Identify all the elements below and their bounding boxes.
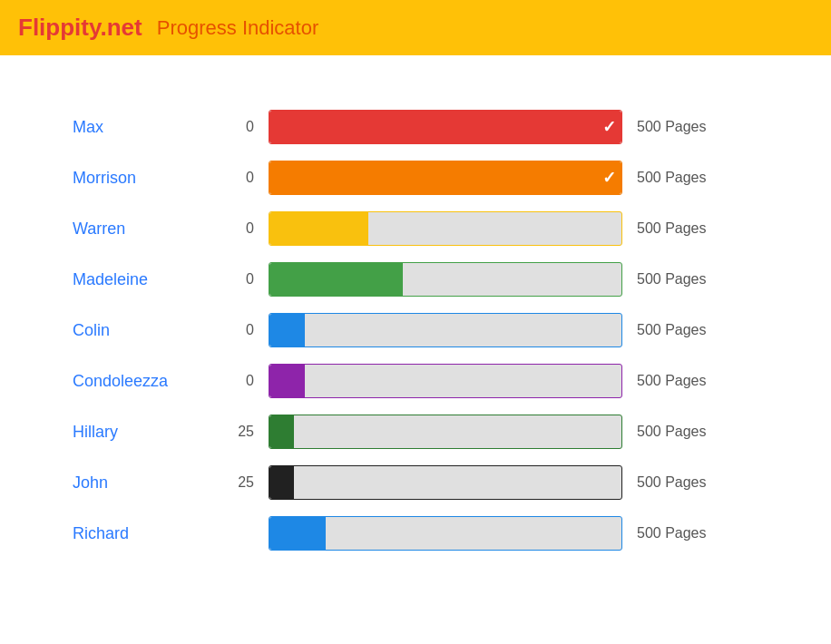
progress-row: Madeleine0500 Pages [73, 262, 758, 297]
progress-bar-fill [269, 365, 305, 397]
complete-checkmark: ✓ [602, 117, 616, 137]
progress-bar-fill: ✓ [269, 111, 621, 143]
person-name: Condoleezza [73, 372, 218, 391]
start-value: 25 [218, 474, 254, 491]
progress-row: John25500 Pages [73, 465, 758, 500]
end-value: 500 Pages [637, 170, 728, 186]
progress-bar-container [269, 516, 622, 551]
person-name: John [73, 473, 218, 493]
person-name: Colin [73, 321, 218, 340]
progress-bar-fill [269, 212, 368, 245]
progress-bar-container [269, 415, 622, 449]
progress-bar-container: ✓ [269, 161, 622, 195]
progress-bar-container [269, 262, 622, 297]
logo: Flippity.net [18, 14, 142, 42]
complete-checkmark: ✓ [602, 168, 616, 188]
main-content: Max0✓500 PagesMorrison0✓500 PagesWarren0… [0, 55, 831, 603]
person-name: Warren [73, 220, 218, 239]
header: Flippity.net Progress Indicator [0, 0, 831, 55]
progress-bar-fill [269, 517, 326, 550]
person-name: Madeleine [73, 270, 218, 289]
end-value: 500 Pages [637, 424, 728, 440]
start-value: 0 [218, 322, 254, 338]
progress-row: Richard500 Pages [73, 516, 758, 551]
end-value: 500 Pages [637, 525, 728, 542]
start-value: 0 [218, 271, 254, 288]
start-value: 25 [218, 424, 254, 440]
progress-bar-fill [269, 314, 305, 346]
end-value: 500 Pages [637, 119, 728, 135]
person-name: Max [73, 118, 218, 137]
end-value: 500 Pages [637, 220, 728, 237]
progress-row: Condoleezza0500 Pages [73, 364, 758, 398]
person-name: Hillary [73, 423, 218, 442]
progress-bar-container [269, 465, 622, 500]
person-name: Morrison [73, 169, 218, 188]
progress-bar-fill: ✓ [269, 161, 621, 194]
progress-row: Max0✓500 Pages [73, 110, 758, 144]
progress-row: Hillary25500 Pages [73, 415, 758, 449]
progress-bar-fill [269, 466, 294, 499]
progress-bar-container: ✓ [269, 110, 622, 144]
page-title: Progress Indicator [157, 16, 319, 40]
end-value: 500 Pages [637, 474, 728, 491]
progress-row: Warren0500 Pages [73, 211, 758, 246]
progress-bar-fill [269, 263, 403, 296]
end-value: 500 Pages [637, 373, 728, 389]
progress-row: Colin0500 Pages [73, 313, 758, 347]
end-value: 500 Pages [637, 271, 728, 288]
progress-bar-container [269, 313, 622, 347]
start-value: 0 [218, 373, 254, 389]
start-value: 0 [218, 119, 254, 135]
person-name: Richard [73, 524, 218, 543]
progress-bar-container [269, 364, 622, 398]
progress-bar-container [269, 211, 622, 246]
progress-bar-fill [269, 415, 294, 448]
start-value: 0 [218, 170, 254, 186]
progress-row: Morrison0✓500 Pages [73, 161, 758, 195]
end-value: 500 Pages [637, 322, 728, 338]
start-value: 0 [218, 220, 254, 237]
